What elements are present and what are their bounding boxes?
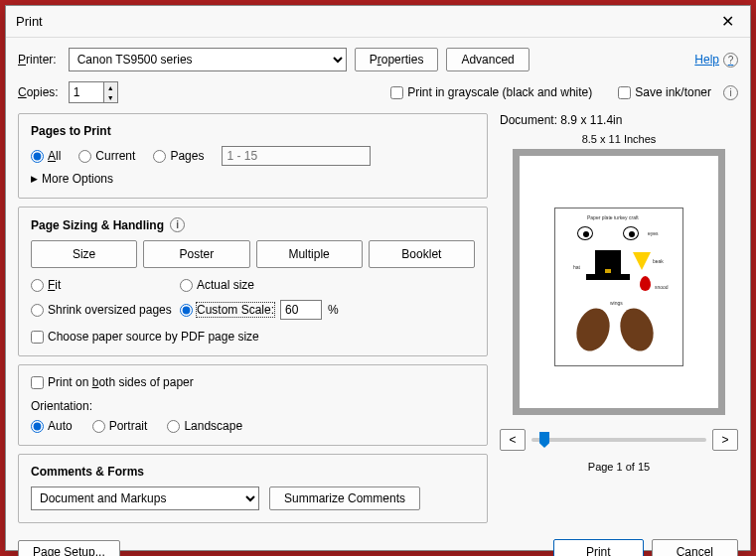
comments-title: Comments & Forms (31, 465, 475, 479)
spinner-down-icon[interactable]: ▼ (104, 92, 117, 102)
radio-current[interactable]: Current (78, 149, 135, 163)
percent-label: % (328, 303, 339, 317)
printer-row: Printer: Canon TS9500 series Properties … (18, 48, 738, 71)
booklet-button[interactable]: Booklet (369, 240, 475, 268)
size-button[interactable]: Size (31, 240, 137, 268)
properties-button[interactable]: Properties (355, 48, 439, 71)
radio-all-input[interactable] (31, 150, 44, 163)
slider-thumb-icon[interactable] (539, 432, 549, 448)
page-setup-button[interactable]: Page Setup... (18, 540, 120, 556)
copies-input[interactable] (70, 82, 103, 102)
page-indicator: Page 1 of 15 (500, 461, 738, 473)
preview-graphic (623, 226, 639, 240)
saveink-input[interactable] (618, 86, 631, 99)
preview-graphic (586, 274, 630, 280)
page-size-label: 8.5 x 11 Inches (500, 133, 738, 145)
preview-text: beak (653, 258, 664, 264)
pages-to-print-title: Pages to Print (31, 124, 475, 138)
close-icon[interactable]: ✕ (715, 12, 740, 31)
copies-label: Copies: (18, 85, 59, 99)
preview-text: Paper plate turkey craft (587, 214, 639, 220)
radio-portrait[interactable]: Portrait (92, 419, 148, 433)
radio-pages-input[interactable] (153, 150, 166, 163)
comments-select[interactable]: Document and Markups (31, 486, 259, 510)
sizing-title: Page Sizing & Handling i (31, 217, 475, 232)
dialog-footer: Page Setup... Print Cancel (6, 531, 750, 556)
radio-custom-input[interactable] (180, 304, 193, 317)
both-sides-checkbox[interactable]: Print on both sides of paper (31, 375, 475, 389)
triangle-right-icon: ▶ (31, 174, 38, 184)
choose-source-label: Choose paper source by PDF page size (48, 330, 259, 344)
poster-button[interactable]: Poster (143, 240, 249, 268)
radio-actual[interactable]: Actual size (180, 278, 475, 292)
radio-landscape[interactable]: Landscape (167, 419, 242, 433)
page-slider[interactable] (531, 438, 706, 442)
choose-source-checkbox[interactable]: Choose paper source by PDF page size (31, 330, 475, 344)
radio-portrait-input[interactable] (92, 420, 105, 433)
print-dialog: Print ✕ Printer: Canon TS9500 series Pro… (5, 5, 751, 551)
radio-actual-input[interactable] (180, 279, 193, 292)
sizing-group: Page Sizing & Handling i Size Poster Mul… (18, 207, 488, 356)
help-link[interactable]: Help ? (694, 53, 738, 68)
saveink-checkbox[interactable]: Save ink/toner (618, 85, 711, 99)
dialog-title: Print (16, 14, 715, 29)
grayscale-input[interactable] (390, 86, 403, 99)
cancel-button[interactable]: Cancel (652, 539, 738, 556)
titlebar: Print ✕ (6, 6, 750, 38)
preview-text: snood (655, 284, 669, 290)
dialog-content: Printer: Canon TS9500 series Properties … (6, 38, 750, 531)
preview-graphic (640, 276, 651, 291)
prev-page-button[interactable]: < (500, 429, 526, 451)
preview-page: Paper plate turkey craft eyes hat beak s… (554, 208, 683, 366)
printer-label: Printer: (18, 53, 57, 67)
advanced-button[interactable]: Advanced (446, 48, 529, 71)
radio-pages[interactable]: Pages (153, 149, 204, 163)
grayscale-checkbox[interactable]: Print in grayscale (black and white) (390, 85, 592, 99)
info-icon[interactable]: i (170, 217, 185, 232)
saveink-label: Save ink/toner (635, 85, 711, 99)
more-options-toggle[interactable]: ▶ More Options (31, 172, 475, 186)
print-button[interactable]: Print (553, 539, 644, 556)
pages-to-print-group: Pages to Print All Current Pages ▶ More … (18, 113, 488, 199)
radio-shrink[interactable]: Shrink oversized pages (31, 303, 180, 317)
radio-auto[interactable]: Auto (31, 419, 73, 433)
radio-fit[interactable]: Fit (31, 278, 180, 292)
info-icon[interactable]: i (723, 85, 738, 100)
preview-graphic (615, 304, 659, 355)
summarize-button[interactable]: Summarize Comments (269, 486, 420, 510)
radio-shrink-input[interactable] (31, 304, 44, 317)
grayscale-label: Print in grayscale (black and white) (407, 85, 592, 99)
preview-text: wings (610, 300, 623, 306)
radio-custom[interactable]: Custom Scale: (180, 303, 274, 317)
more-options-label: More Options (42, 172, 113, 186)
choose-source-input[interactable] (31, 331, 44, 344)
both-sides-label: Print on both sides of paper (48, 375, 194, 389)
comments-group: Comments & Forms Document and Markups Su… (18, 454, 488, 523)
both-sides-input[interactable] (31, 376, 44, 389)
pages-range-input[interactable] (222, 146, 371, 166)
preview-column: Document: 8.9 x 11.4in 8.5 x 11 Inches P… (500, 113, 738, 523)
duplex-orientation-group: Print on both sides of paper Orientation… (18, 364, 488, 446)
orientation-label: Orientation: (31, 399, 475, 413)
spinner-up-icon[interactable]: ▲ (104, 82, 117, 92)
radio-all[interactable]: All (31, 149, 61, 163)
copies-row: Copies: ▲ ▼ Print in grayscale (black an… (18, 81, 738, 103)
preview-graphic (577, 226, 593, 240)
preview-frame: Paper plate turkey craft eyes hat beak s… (513, 149, 725, 415)
printer-select[interactable]: Canon TS9500 series (69, 48, 347, 71)
document-size-label: Document: 8.9 x 11.4in (500, 113, 738, 127)
next-page-button[interactable]: > (712, 429, 738, 451)
radio-auto-input[interactable] (31, 420, 44, 433)
preview-text: hat (573, 264, 580, 270)
preview-graphic (633, 252, 651, 270)
copies-spinner[interactable]: ▲ ▼ (69, 81, 118, 103)
radio-fit-input[interactable] (31, 279, 44, 292)
multiple-button[interactable]: Multiple (256, 240, 363, 268)
radio-landscape-input[interactable] (167, 420, 180, 433)
preview-graphic (571, 304, 615, 355)
help-icon: ? (723, 53, 738, 68)
scale-input[interactable] (280, 300, 322, 320)
preview-text: eyes (648, 230, 659, 236)
radio-current-input[interactable] (78, 150, 91, 163)
